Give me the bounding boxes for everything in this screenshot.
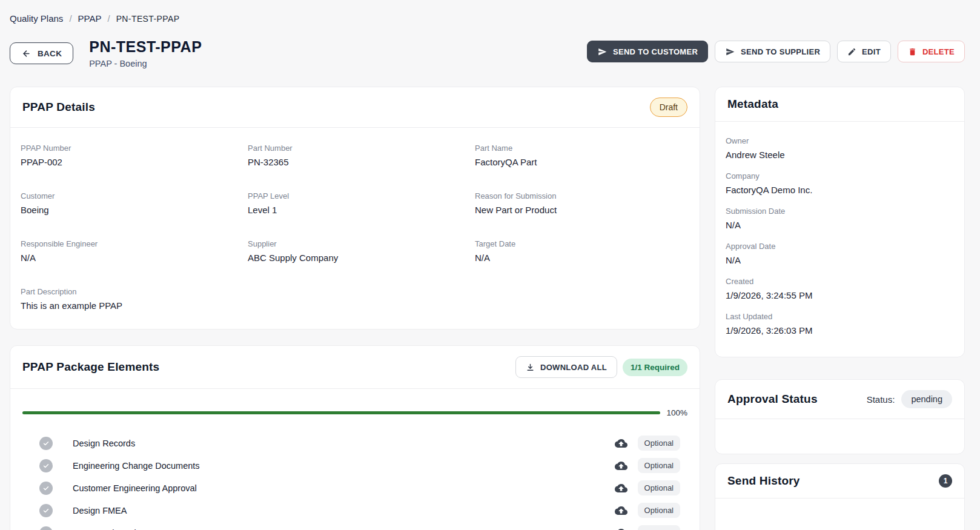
edit-pencil-icon — [847, 47, 856, 56]
upload-cloud-icon[interactable] — [615, 528, 627, 530]
field-label: Submission Date — [726, 207, 952, 216]
send-to-supplier-button[interactable]: SEND TO SUPPLIER — [715, 41, 830, 62]
element-name: Engineering Change Documents — [73, 461, 200, 471]
metadata-field: Created 1/9/2026, 3:24:55 PM — [726, 277, 952, 300]
edit-button[interactable]: EDIT — [837, 41, 891, 62]
field-value: 1/9/2026, 3:24:55 PM — [726, 290, 952, 300]
element-optional-badge: Optional — [638, 458, 680, 473]
upload-cloud-icon[interactable] — [615, 506, 627, 515]
check-circle-icon — [39, 459, 53, 472]
package-element-row[interactable]: Design Records Optional — [10, 432, 700, 454]
approval-status-value: Status: pending — [867, 390, 952, 408]
detail-field: PPAP Level Level 1 — [248, 191, 475, 215]
page: Quality Plans / PPAP / PN-TEST-PPAP BACK… — [0, 0, 980, 530]
upload-cloud-icon[interactable] — [615, 439, 627, 448]
metadata-field: Approval Date N/A — [726, 242, 952, 265]
ppap-details-card: PPAP Details Draft PPAP Number PPAP-002 … — [10, 87, 700, 330]
detail-field: PPAP Number PPAP-002 — [21, 144, 248, 167]
ppap-details-header: PPAP Details Draft — [10, 87, 700, 128]
package-element-list: Design Records Optional Eng — [10, 432, 700, 530]
metadata-card: Metadata Owner Andrew Steele Company Fac… — [715, 87, 965, 357]
send-to-customer-button[interactable]: SEND TO CUSTOMER — [587, 41, 708, 62]
check-circle-icon — [39, 482, 53, 495]
field-value: New Part or Product — [475, 205, 687, 215]
approval-status-title: Approval Status — [727, 393, 818, 406]
send-history-title: Send History — [727, 474, 800, 488]
element-optional-badge: Optional — [638, 503, 680, 518]
delete-button[interactable]: DELETE — [898, 41, 965, 62]
element-name: Process Flow Diagram — [73, 528, 161, 530]
field-value: Boeing — [21, 205, 248, 215]
metadata-field: Owner Andrew Steele — [726, 136, 952, 160]
element-optional-badge: Optional — [638, 525, 680, 530]
metadata-field: Last Updated 1/9/2026, 3:26:03 PM — [726, 312, 952, 336]
metadata-body: Owner Andrew Steele Company FactoryQA De… — [715, 122, 964, 357]
approval-status-card: Approval Status Status: pending — [715, 379, 965, 454]
field-label: Supplier — [248, 239, 475, 248]
field-value: FactoryQA Part — [475, 157, 687, 167]
breadcrumb: Quality Plans / PPAP / PN-TEST-PPAP — [10, 13, 965, 24]
field-value: 1/9/2026, 3:26:03 PM — [726, 325, 952, 336]
package-element-row[interactable]: Customer Engineering Approval Optional — [10, 477, 700, 499]
detail-field: Reason for Submission New Part or Produc… — [475, 191, 687, 215]
package-elements-header: PPAP Package Elements DOWNLOAD ALL 1/1 R… — [10, 346, 700, 389]
field-label: Part Description — [21, 287, 687, 296]
trash-icon — [908, 47, 917, 56]
field-label: Responsible Engineer — [21, 239, 248, 248]
back-button-label: BACK — [38, 49, 62, 58]
send-to-supplier-label: SEND TO SUPPLIER — [741, 47, 820, 56]
element-name: Customer Engineering Approval — [73, 483, 197, 493]
send-history-card: Send History 1 — [715, 463, 965, 530]
field-value: N/A — [21, 253, 248, 263]
package-elements-card: PPAP Package Elements DOWNLOAD ALL 1/1 R… — [10, 345, 700, 530]
breadcrumb-ppap[interactable]: PPAP — [78, 13, 102, 24]
field-value: Level 1 — [248, 205, 475, 215]
status-label: Status: — [867, 394, 895, 405]
field-label: PPAP Level — [248, 191, 475, 200]
page-header: BACK PN-TEST-PPAP PPAP - Boeing SEND TO … — [10, 38, 965, 68]
download-all-button[interactable]: DOWNLOAD ALL — [515, 356, 617, 378]
upload-cloud-icon[interactable] — [615, 483, 627, 493]
field-label: Created — [726, 277, 952, 286]
main-column: PPAP Details Draft PPAP Number PPAP-002 … — [10, 87, 700, 530]
send-history-count-badge: 1 — [939, 474, 952, 488]
send-history-body — [715, 499, 964, 530]
field-value: This is an example PPAP — [21, 300, 687, 311]
required-count-badge: 1/1 Required — [623, 359, 687, 376]
field-label: PPAP Number — [21, 144, 248, 153]
page-subtitle: PPAP - Boeing — [89, 59, 202, 68]
back-button[interactable]: BACK — [10, 42, 73, 64]
side-column: Metadata Owner Andrew Steele Company Fac… — [715, 87, 965, 530]
field-label: Company — [726, 171, 952, 181]
field-label: Target Date — [475, 239, 687, 248]
package-element-row[interactable]: Design FMEA Optional — [10, 499, 700, 522]
field-value: N/A — [475, 253, 687, 263]
field-label: Part Number — [248, 144, 475, 153]
progress-percent-label: 100% — [666, 408, 687, 417]
delete-button-label: DELETE — [922, 47, 955, 56]
send-to-customer-label: SEND TO CUSTOMER — [613, 47, 698, 56]
detail-field: Responsible Engineer N/A — [21, 239, 248, 263]
upload-cloud-icon[interactable] — [615, 461, 627, 471]
field-value: ABC Supply Company — [248, 253, 475, 263]
field-label: Approval Date — [726, 242, 952, 251]
ppap-details-fields: PPAP Number PPAP-002 Part Number PN-3236… — [21, 144, 687, 263]
field-label: Reason for Submission — [475, 191, 687, 200]
download-icon — [526, 363, 535, 372]
send-history-header: Send History 1 — [715, 464, 964, 499]
edit-button-label: EDIT — [862, 47, 881, 56]
send-icon — [725, 47, 735, 56]
package-element-row[interactable]: Engineering Change Documents Optional — [10, 454, 700, 477]
header-actions: SEND TO CUSTOMER SEND TO SUPPLIER EDIT D… — [587, 41, 965, 62]
field-label: Customer — [21, 191, 248, 200]
detail-field: Part Name FactoryQA Part — [475, 144, 687, 167]
breadcrumb-quality-plans[interactable]: Quality Plans — [10, 13, 63, 24]
ppap-details-body: PPAP Number PPAP-002 Part Number PN-3236… — [10, 128, 700, 329]
field-value: N/A — [726, 220, 952, 230]
metadata-header: Metadata — [715, 87, 964, 122]
package-element-row[interactable]: Process Flow Diagram Optional — [10, 522, 700, 530]
detail-field: Customer Boeing — [21, 191, 248, 215]
element-name: Design FMEA — [73, 506, 127, 515]
send-icon — [597, 47, 608, 56]
metadata-title: Metadata — [727, 98, 778, 111]
